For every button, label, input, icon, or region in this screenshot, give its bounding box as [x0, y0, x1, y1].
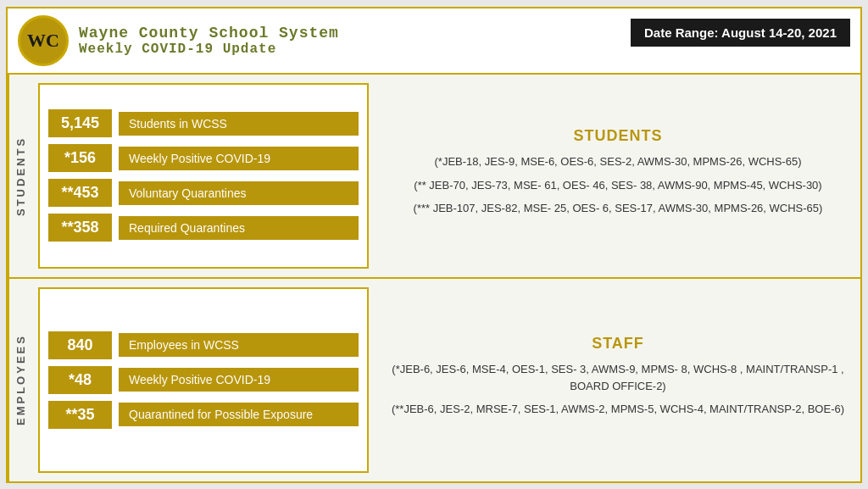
employees-in-wcss-label: Employees in WCSS [119, 333, 359, 357]
header-title-block: Wayne County School System Weekly COVID-… [79, 25, 339, 57]
students-in-wcss-number: 5,145 [48, 109, 112, 137]
table-row: 5,145 Students in WCSS [48, 109, 359, 137]
students-positive-number: *156 [48, 144, 112, 172]
table-row: *48 Weekly Positive COVID-19 [48, 366, 359, 394]
school-name: Wayne County School System [79, 25, 339, 42]
students-detail-2: (** JEB-70, JES-73, MSE- 61, OES- 46, SE… [389, 177, 847, 194]
table-row: 840 Employees in WCSS [48, 331, 359, 359]
employees-positive-label: Weekly Positive COVID-19 [119, 368, 359, 392]
students-right-heading: STUDENTS [389, 127, 847, 145]
table-row: **35 Quarantined for Possible Exposure [48, 401, 359, 429]
employees-quarantined-label: Quarantined for Possible Exposure [119, 403, 359, 426]
students-section: STUDENTS 5,145 Students in WCSS *156 Wee… [8, 75, 860, 279]
students-in-wcss-label: Students in WCSS [119, 112, 359, 136]
date-range-badge: Date Range: August 14-20, 2021 [631, 19, 850, 47]
students-right-panel: STUDENTS (*JEB-18, JES-9, MSE-6, OES-6, … [376, 75, 860, 277]
students-positive-label: Weekly Positive COVID-19 [119, 147, 359, 170]
employees-side-label: EMPLOYEES [8, 279, 31, 481]
students-side-label: STUDENTS [8, 75, 31, 277]
students-required-label: Required Quarantines [119, 216, 359, 240]
employees-section: EMPLOYEES 840 Employees in WCSS *48 Week… [8, 279, 860, 481]
students-required-number: **358 [48, 214, 112, 242]
employees-right-panel: STAFF (*JEB-6, JES-6, MSE-4, OES-1, SES-… [376, 279, 860, 481]
header: WC Wayne County School System Weekly COV… [8, 8, 860, 75]
students-detail-1: (*JEB-18, JES-9, MSE-6, OES-6, SES-2, AW… [389, 153, 847, 170]
main-container: WC Wayne County School System Weekly COV… [6, 7, 862, 483]
logo-text: WC [27, 30, 59, 52]
students-voluntary-label: Voluntary Quarantines [119, 181, 359, 205]
employees-detail-1: (*JEB-6, JES-6, MSE-4, OES-1, SES- 3, AW… [389, 361, 847, 394]
table-row: **358 Required Quarantines [48, 214, 359, 242]
employees-in-wcss-number: 840 [48, 331, 112, 359]
main-content: STUDENTS 5,145 Students in WCSS *156 Wee… [8, 75, 860, 481]
table-row: *156 Weekly Positive COVID-19 [48, 144, 359, 172]
employees-right-heading: STAFF [389, 335, 847, 353]
students-stats-panel: 5,145 Students in WCSS *156 Weekly Posit… [38, 83, 369, 269]
report-title: Weekly COVID-19 Update [79, 42, 339, 57]
table-row: **453 Voluntary Quarantines [48, 179, 359, 207]
students-detail-3: (*** JEB-107, JES-82, MSE- 25, OES- 6, S… [389, 200, 847, 217]
employees-positive-number: *48 [48, 366, 112, 394]
students-voluntary-number: **453 [48, 179, 112, 207]
employees-quarantined-number: **35 [48, 401, 112, 429]
employees-stats-panel: 840 Employees in WCSS *48 Weekly Positiv… [38, 287, 369, 473]
school-logo: WC [18, 15, 69, 66]
employees-detail-2: (**JEB-6, JES-2, MRSE-7, SES-1, AWMS-2, … [389, 401, 847, 418]
